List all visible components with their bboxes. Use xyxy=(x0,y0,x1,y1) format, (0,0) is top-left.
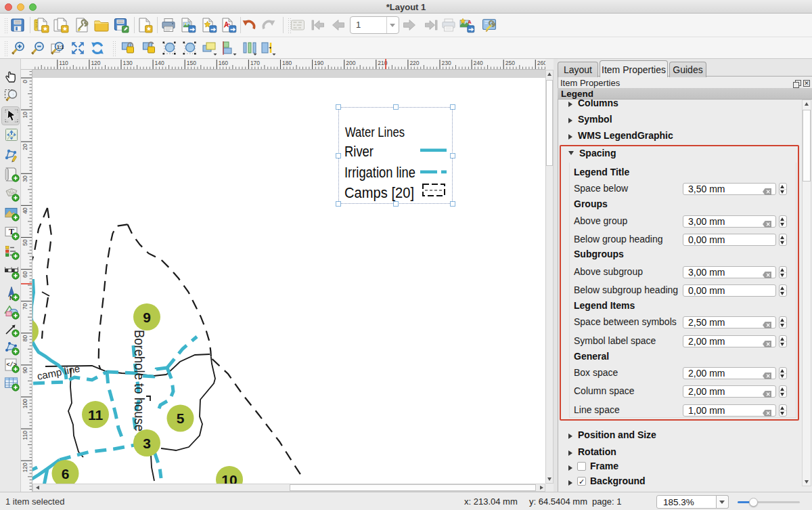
svg-text:5: 5 xyxy=(177,410,185,426)
svg-text:1:1: 1:1 xyxy=(57,45,64,49)
svg-text:11: 11 xyxy=(88,407,104,423)
svg-text:0: 0 xyxy=(22,80,28,83)
svg-text:Camps [20]: Camps [20] xyxy=(344,185,414,201)
svg-text:200: 200 xyxy=(346,60,355,66)
svg-text:10: 10 xyxy=(221,472,237,484)
svg-text:110: 110 xyxy=(59,60,68,66)
svg-text:130: 130 xyxy=(123,60,133,66)
svg-text:150: 150 xyxy=(187,60,196,66)
svg-text:Borehole to house: Borehole to house xyxy=(132,330,148,431)
svg-text:160: 160 xyxy=(219,60,228,66)
svg-text:230: 230 xyxy=(442,60,451,66)
svg-text:120: 120 xyxy=(22,463,28,472)
svg-text:170: 170 xyxy=(250,60,260,66)
svg-text:River: River xyxy=(344,144,374,160)
svg-text:240: 240 xyxy=(474,60,483,66)
svg-text:Water Lines: Water Lines xyxy=(345,125,405,140)
svg-text:60: 60 xyxy=(22,271,28,278)
svg-text:50: 50 xyxy=(22,239,28,246)
svg-text:110: 110 xyxy=(22,431,28,440)
svg-text:180: 180 xyxy=(282,60,292,66)
svg-text:100: 100 xyxy=(22,399,28,408)
svg-text:70: 70 xyxy=(22,303,28,310)
svg-text:220: 220 xyxy=(409,60,419,66)
svg-text:140: 140 xyxy=(155,60,164,66)
svg-text:40: 40 xyxy=(22,207,28,214)
svg-text:10: 10 xyxy=(22,112,28,119)
svg-text:A: A xyxy=(468,19,472,25)
svg-text:20: 20 xyxy=(22,144,28,150)
svg-text:Irrigation line: Irrigation line xyxy=(344,165,415,181)
svg-text:9: 9 xyxy=(143,310,151,325)
svg-text:30: 30 xyxy=(22,175,28,182)
svg-text:3: 3 xyxy=(143,435,151,451)
svg-text:90: 90 xyxy=(22,367,28,374)
svg-text:260: 260 xyxy=(537,60,545,66)
svg-text:6: 6 xyxy=(62,466,70,482)
svg-text:190: 190 xyxy=(314,60,323,66)
svg-text:80: 80 xyxy=(22,335,28,342)
svg-text:120: 120 xyxy=(91,60,100,66)
svg-text:250: 250 xyxy=(505,60,515,66)
